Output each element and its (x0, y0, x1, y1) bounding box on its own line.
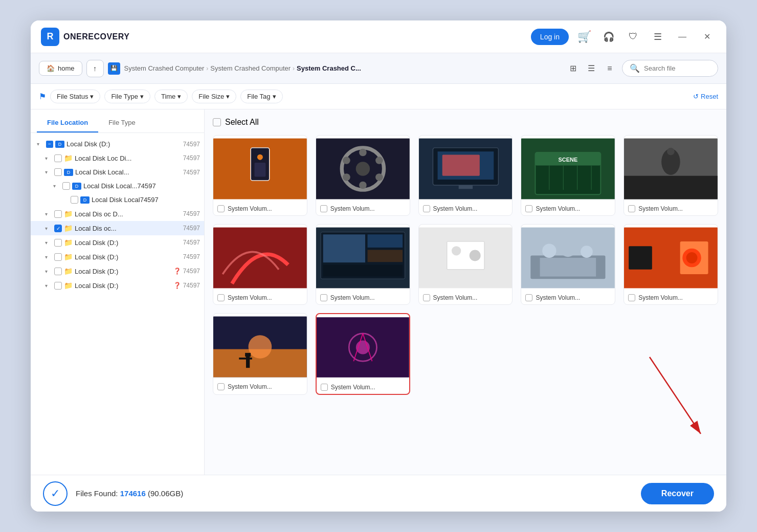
tree-item-1[interactable]: ▾ 📁 Local Disk Loc Di... 74597 (31, 151, 204, 165)
file-checkbox-0[interactable] (217, 205, 225, 212)
file-name-11: System Volum... (331, 384, 375, 391)
file-card-1[interactable]: System Volum... (316, 135, 410, 216)
svg-point-54 (249, 335, 272, 359)
file-checkbox-10[interactable] (217, 383, 225, 390)
checkbox-10[interactable] (54, 282, 62, 290)
reset-button[interactable]: ↺ Reset (693, 93, 718, 100)
checkbox-7[interactable] (54, 239, 62, 247)
tree-item-10[interactable]: ▾ 📁 Local Disk (D:) ❓ 74597 (31, 278, 204, 293)
breadcrumb-item-2[interactable]: System Crashed Computer (210, 64, 291, 72)
tree-count-0: 74597 (183, 141, 200, 148)
tree-label-5: Local Dis oc D... (75, 210, 181, 218)
file-card-10[interactable]: System Volum... (213, 313, 307, 395)
checkbox-5[interactable] (54, 210, 62, 218)
tab-file-location[interactable]: File Location (37, 114, 98, 132)
select-all-label[interactable]: Select All (225, 118, 259, 127)
file-card-8[interactable]: System Volum... (521, 224, 615, 305)
svg-point-29 (667, 148, 675, 156)
tree-item-0[interactable]: ▾ − D Local Disk (D:) 74597 (31, 137, 204, 151)
file-checkbox-11[interactable] (321, 384, 328, 391)
files-count: 174616 (120, 489, 146, 498)
folder-icon-7: 📁 (64, 238, 73, 247)
file-card-6[interactable]: System Volum... (316, 224, 410, 305)
file-checkbox-3[interactable] (525, 205, 532, 212)
recover-button[interactable]: Recover (641, 483, 714, 504)
file-card-4[interactable]: System Volum... (624, 135, 718, 216)
file-thumb-9 (624, 225, 718, 291)
tree-item-5[interactable]: ▾ 📁 Local Dis oc D... 74597 (31, 207, 204, 221)
file-card-9[interactable]: System Volum... (624, 224, 718, 305)
checkbox-8[interactable] (54, 253, 62, 261)
checkbox-6[interactable]: ✓ (54, 225, 62, 232)
tree-item-7[interactable]: ▾ 📁 Local Disk (D:) 74597 (31, 235, 204, 250)
grid-view-button[interactable]: ⊞ (565, 60, 581, 77)
file-checkbox-9[interactable] (628, 294, 635, 301)
breadcrumb-item-1[interactable]: System Crashed Computer (124, 64, 205, 72)
menu-button[interactable]: ☰ (649, 28, 667, 46)
file-thumb-4 (624, 136, 718, 202)
file-checkbox-7[interactable] (423, 294, 430, 301)
tree-item-4[interactable]: D Local Disk Local74597 (31, 193, 204, 207)
file-checkbox-4[interactable] (628, 205, 635, 212)
folder-icon-5: 📁 (64, 210, 73, 218)
file-thumb-6 (316, 225, 410, 291)
file-checkbox-2[interactable] (423, 205, 430, 212)
file-card-7[interactable]: System Volum... (418, 224, 513, 305)
file-card-3[interactable]: SCENESystem Volum... (521, 135, 615, 216)
file-checkbox-5[interactable] (217, 294, 225, 301)
checkbox-9[interactable] (54, 268, 62, 275)
search-input[interactable] (644, 64, 710, 72)
tree-item-6[interactable]: ▾ ✓ 📁 Local Dis oc... 74597 (31, 221, 204, 235)
headset-button[interactable]: 🎧 (599, 28, 618, 46)
home-button[interactable]: 🏠 home (39, 61, 82, 76)
tree-label-6: Local Dis oc... (75, 225, 181, 232)
tree-count-5: 74597 (183, 210, 200, 217)
list-view-button[interactable]: ☰ (583, 60, 599, 77)
file-checkbox-8[interactable] (525, 294, 532, 301)
file-thumb-0 (213, 136, 307, 202)
svg-rect-57 (239, 358, 252, 360)
tab-file-type[interactable]: File Type (98, 114, 146, 132)
file-card-0[interactable]: System Volum... (213, 135, 307, 216)
file-card-2[interactable]: System Volum... (418, 135, 513, 216)
checkbox-3[interactable] (62, 182, 70, 190)
tree-label-7: Local Disk (D:) (75, 239, 181, 247)
login-button[interactable]: Log in (531, 29, 569, 45)
reset-icon: ↺ (693, 93, 699, 100)
checkbox-1[interactable] (54, 154, 62, 162)
time-filter[interactable]: Time ▾ (154, 90, 188, 103)
breadcrumb-item-3[interactable]: System Crashed C... (297, 64, 361, 72)
tree-count-8: 74597 (183, 253, 200, 260)
tree-item-8[interactable]: ▾ 📁 Local Disk (D:) 74597 (31, 250, 204, 264)
minimize-button[interactable]: — (673, 28, 692, 46)
file-tag-filter[interactable]: File Tag ▾ (240, 90, 282, 103)
file-card-11[interactable]: System Volum... (316, 313, 410, 395)
svg-rect-34 (367, 234, 403, 248)
cart-button[interactable]: 🛒 (575, 28, 593, 46)
file-type-filter[interactable]: File Type ▾ (104, 90, 150, 103)
svg-point-8 (359, 182, 367, 189)
detail-view-button[interactable]: ≡ (602, 60, 618, 77)
checkbox-2[interactable] (54, 168, 62, 176)
tree-item-9[interactable]: ▾ 📁 Local Disk (D:) ❓ 74597 (31, 264, 204, 278)
svg-point-6 (355, 162, 369, 175)
up-button[interactable]: ↑ (86, 60, 104, 77)
folder-icon-1: 📁 (64, 154, 73, 162)
folder-icon-6: 📁 (64, 224, 73, 232)
select-all-checkbox[interactable] (213, 118, 221, 126)
select-all-row: Select All (213, 116, 718, 129)
file-checkbox-1[interactable] (320, 205, 327, 212)
tree-item-3[interactable]: ▾ D Local Disk Local...74597 (31, 179, 204, 193)
search-box: 🔍 (622, 60, 718, 77)
close-button[interactable]: ✕ (698, 28, 716, 46)
checkbox-4[interactable] (71, 196, 78, 204)
file-name-2: System Volum... (433, 205, 478, 212)
tree-item-2[interactable]: ▾ D Local Disk Local... 74597 (31, 165, 204, 179)
file-status-filter[interactable]: File Status ▾ (50, 90, 100, 103)
file-size-filter[interactable]: File Size ▾ (192, 90, 236, 103)
tree-count-7: 74597 (183, 239, 200, 246)
expand-icon-1: ▾ (45, 156, 52, 161)
shield-button[interactable]: 🛡 (624, 28, 642, 46)
file-checkbox-6[interactable] (320, 294, 327, 301)
file-card-5[interactable]: System Volum... (213, 224, 307, 305)
